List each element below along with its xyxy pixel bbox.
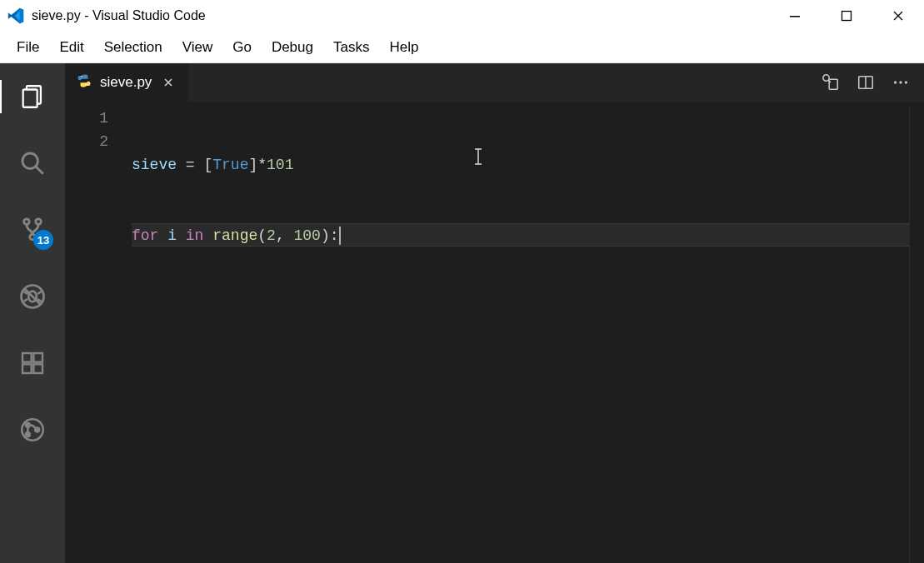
- menu-go[interactable]: Go: [222, 34, 262, 61]
- tab-sieve-py[interactable]: sieve.py: [65, 63, 189, 102]
- menu-file[interactable]: File: [7, 34, 49, 61]
- line-number-gutter: 1 2: [65, 107, 132, 563]
- overview-ruler[interactable]: [909, 107, 924, 563]
- menu-tasks[interactable]: Tasks: [323, 34, 379, 61]
- activity-search[interactable]: [0, 140, 65, 187]
- main: 13: [0, 63, 924, 563]
- split-editor-icon[interactable]: [856, 72, 876, 92]
- close-button[interactable]: [872, 0, 924, 32]
- activity-source-control[interactable]: 13: [0, 207, 65, 253]
- svg-point-27: [823, 75, 829, 81]
- svg-point-33: [905, 81, 907, 83]
- svg-rect-19: [33, 364, 42, 373]
- svg-point-32: [899, 81, 902, 83]
- menu-debug[interactable]: Debug: [262, 34, 323, 61]
- svg-point-24: [81, 76, 82, 77]
- minimize-button[interactable]: [769, 0, 821, 32]
- window-title: sieve.py - Visual Studio Code: [32, 8, 206, 23]
- activity-bar: 13: [0, 63, 65, 563]
- svg-point-7: [36, 219, 42, 225]
- more-actions-icon[interactable]: [891, 72, 911, 92]
- svg-point-22: [26, 432, 30, 436]
- maximize-button[interactable]: [821, 0, 872, 32]
- editor-actions: [821, 63, 924, 102]
- svg-rect-18: [22, 364, 32, 373]
- svg-line-5: [36, 167, 43, 174]
- code-line-1[interactable]: sieve = [True]*101: [132, 153, 909, 177]
- activity-extensions[interactable]: [0, 340, 65, 386]
- window-controls: [769, 0, 924, 32]
- python-file-icon: [77, 73, 92, 92]
- svg-rect-17: [33, 353, 42, 362]
- svg-rect-16: [22, 353, 32, 362]
- code-editor[interactable]: 1 2 sieve = [True]*101 for i in range(2,…: [65, 102, 924, 563]
- menu-help[interactable]: Help: [379, 34, 428, 61]
- text-cursor: [339, 227, 341, 245]
- code-line-2[interactable]: for i in range(2, 100):: [132, 223, 909, 247]
- svg-line-13: [37, 291, 42, 294]
- titlebar-left: sieve.py - Visual Studio Code: [7, 7, 206, 25]
- activity-explorer[interactable]: [0, 73, 65, 120]
- tabs: sieve.py: [65, 63, 189, 102]
- scm-badge: 13: [33, 230, 53, 250]
- svg-point-21: [26, 423, 30, 427]
- svg-point-25: [86, 84, 87, 86]
- activity-gitlens[interactable]: [0, 406, 65, 453]
- tabs-row: sieve.py: [65, 63, 924, 102]
- line-number: 2: [65, 130, 108, 153]
- tab-close-button[interactable]: [160, 74, 177, 91]
- menu-edit[interactable]: Edit: [49, 34, 93, 61]
- svg-rect-0: [790, 16, 800, 17]
- vscode-icon: [7, 7, 25, 25]
- menu-selection[interactable]: Selection: [94, 34, 172, 61]
- tab-label: sieve.py: [100, 74, 152, 91]
- svg-point-4: [22, 153, 37, 168]
- svg-rect-1: [842, 12, 852, 21]
- editor-area: sieve.py: [65, 63, 924, 563]
- svg-point-31: [894, 81, 897, 83]
- toggle-panel-icon[interactable]: [821, 72, 841, 92]
- svg-line-14: [24, 299, 28, 301]
- svg-rect-3: [23, 90, 37, 107]
- menubar: File Edit Selection View Go Debug Tasks …: [0, 32, 924, 63]
- activity-debug[interactable]: [0, 273, 65, 320]
- svg-point-6: [24, 219, 30, 225]
- svg-rect-26: [829, 79, 837, 89]
- code-content[interactable]: sieve = [True]*101 for i in range(2, 100…: [132, 107, 909, 563]
- menu-view[interactable]: View: [172, 34, 223, 61]
- titlebar: sieve.py - Visual Studio Code: [0, 0, 924, 32]
- line-number: 1: [65, 107, 108, 130]
